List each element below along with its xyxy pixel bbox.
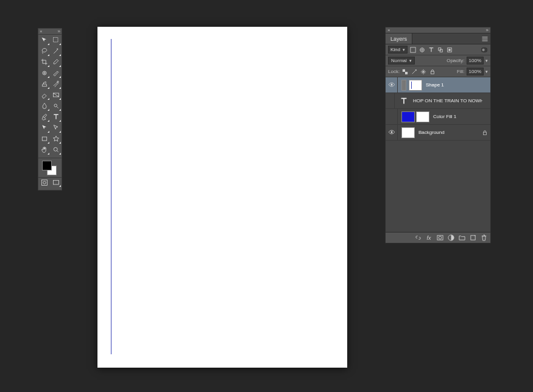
close-dot-icon[interactable]: ×	[40, 29, 43, 34]
filter-kind-select[interactable]: Kind ▾	[388, 46, 408, 54]
screen-mode-row	[38, 177, 62, 187]
layer-name[interactable]: Color Fill 1	[433, 114, 456, 119]
lock-transparency-icon[interactable]	[401, 68, 409, 75]
svg-rect-27	[470, 236, 475, 240]
lock-indicator[interactable]	[479, 130, 490, 136]
adjustment-layer-icon[interactable]	[447, 234, 454, 242]
magic-wand-tool[interactable]	[50, 46, 62, 57]
layer-name[interactable]: Background	[418, 130, 445, 135]
hand-tool[interactable]	[38, 144, 50, 155]
eyedropper-tool[interactable]	[50, 57, 62, 68]
lock-label: Lock:	[388, 69, 400, 74]
history-brush-tool[interactable]	[50, 79, 62, 89]
zoom-tool[interactable]	[50, 144, 62, 155]
filter-pixel-icon[interactable]	[409, 46, 417, 54]
group-icon[interactable]	[458, 234, 465, 242]
spot-heal-tool[interactable]	[38, 68, 50, 79]
blend-mode-value: Normal	[391, 58, 407, 63]
lock-all-icon[interactable]	[429, 68, 436, 75]
link-layers-icon[interactable]	[414, 234, 422, 242]
svg-point-6	[54, 147, 57, 151]
eraser-tool[interactable]	[38, 89, 50, 100]
layer-name[interactable]: HOP ON THE TRAIN TO NOWHERE BABY	[413, 98, 482, 103]
foreground-color-swatch[interactable]	[42, 161, 52, 170]
collapse-icon[interactable]: »	[58, 29, 60, 34]
svg-rect-19	[405, 72, 408, 74]
tab-layers[interactable]: Layers	[386, 33, 412, 44]
direct-select-tool[interactable]	[50, 122, 62, 133]
svg-rect-5	[42, 137, 47, 141]
color-swatches[interactable]	[38, 158, 62, 176]
visibility-toggle[interactable]	[386, 109, 398, 124]
collapse-icon[interactable]: »	[486, 27, 489, 33]
filter-shape-icon[interactable]	[437, 46, 444, 54]
shape-thumbnail[interactable]	[409, 80, 422, 91]
rectangle-tool[interactable]	[38, 133, 50, 144]
mask-thumbnail[interactable]	[416, 111, 429, 122]
layer-thumbnails	[398, 96, 409, 107]
svg-point-25	[439, 236, 442, 239]
fill-input[interactable]: 100%	[467, 68, 484, 75]
layer-row[interactable]: Background	[386, 125, 490, 141]
move-tool[interactable]	[38, 35, 50, 46]
vector-mask-badge	[401, 80, 406, 91]
opacity-label: Opacity:	[447, 58, 464, 63]
filter-smart-icon[interactable]	[446, 46, 453, 54]
canvas[interactable]	[97, 27, 347, 368]
chevron-down-icon[interactable]: ▾	[485, 58, 488, 63]
layer-name[interactable]: Shape 1	[426, 82, 444, 88]
tools-grid	[38, 35, 62, 155]
layer-row[interactable]: Shape 1	[386, 77, 490, 93]
panel-menu-button[interactable]	[479, 33, 490, 44]
filter-adjust-icon[interactable]	[418, 46, 426, 54]
visibility-toggle[interactable]	[386, 77, 398, 93]
tools-panel-header[interactable]: × »	[38, 29, 62, 35]
layer-thumbnail[interactable]	[401, 127, 415, 138]
svg-point-21	[390, 83, 392, 85]
svg-point-2	[57, 81, 58, 82]
blend-opacity-row: Normal ▾ Opacity: 100% ▾	[386, 55, 490, 66]
layer-fx-icon[interactable]: fx	[425, 234, 432, 242]
blur-tool[interactable]	[38, 100, 50, 111]
filter-type-icon[interactable]	[428, 46, 435, 54]
crop-tool[interactable]	[38, 57, 50, 68]
layer-list: Shape 1HOP ON THE TRAIN TO NOWHERE BABYC…	[386, 77, 490, 232]
pen-tool[interactable]	[38, 111, 50, 122]
svg-rect-20	[431, 71, 434, 74]
lock-position-icon[interactable]	[420, 68, 427, 75]
filter-toggle[interactable]	[481, 46, 488, 54]
close-dot-icon[interactable]: ×	[387, 27, 390, 33]
custom-shape-tool[interactable]	[50, 133, 62, 144]
rect-select-tool[interactable]	[50, 35, 62, 46]
layer-row[interactable]: HOP ON THE TRAIN TO NOWHERE BABY	[386, 93, 490, 109]
layer-mask-icon[interactable]	[436, 234, 443, 242]
dodge-tool[interactable]	[50, 100, 62, 111]
blend-mode-select[interactable]: Normal ▾	[388, 57, 415, 65]
svg-point-22	[390, 131, 392, 133]
screen-mode-tool[interactable]	[50, 178, 62, 187]
lock-pixels-icon[interactable]	[411, 68, 418, 75]
clone-stamp-tool[interactable]	[38, 79, 50, 89]
layers-panel-topbar[interactable]: × »	[386, 27, 490, 33]
opacity-input[interactable]: 100%	[467, 57, 484, 65]
chevron-down-icon[interactable]: ▾	[485, 69, 488, 74]
trash-icon[interactable]	[480, 234, 487, 242]
fill-label: Fill:	[457, 69, 464, 74]
layer-thumbnails	[401, 111, 429, 122]
lock-fill-row: Lock: Fill: 100% ▾	[386, 66, 490, 77]
path-select-tool[interactable]	[38, 122, 50, 133]
new-layer-icon[interactable]	[469, 234, 476, 242]
layer-row[interactable]: Color Fill 1	[386, 109, 490, 125]
quick-mask-tool[interactable]	[38, 178, 50, 187]
visibility-toggle[interactable]	[386, 93, 395, 108]
gradient-tool[interactable]	[50, 89, 62, 100]
fill-thumbnail[interactable]	[401, 111, 415, 122]
shape-line	[111, 39, 111, 354]
brush-tool[interactable]	[50, 68, 62, 79]
type-tool[interactable]	[50, 111, 62, 122]
visibility-toggle[interactable]	[386, 125, 398, 140]
eye-icon	[388, 128, 395, 137]
eye-icon	[388, 81, 395, 89]
lasso-tool[interactable]	[38, 46, 50, 57]
filter-kind-label: Kind	[390, 47, 400, 52]
